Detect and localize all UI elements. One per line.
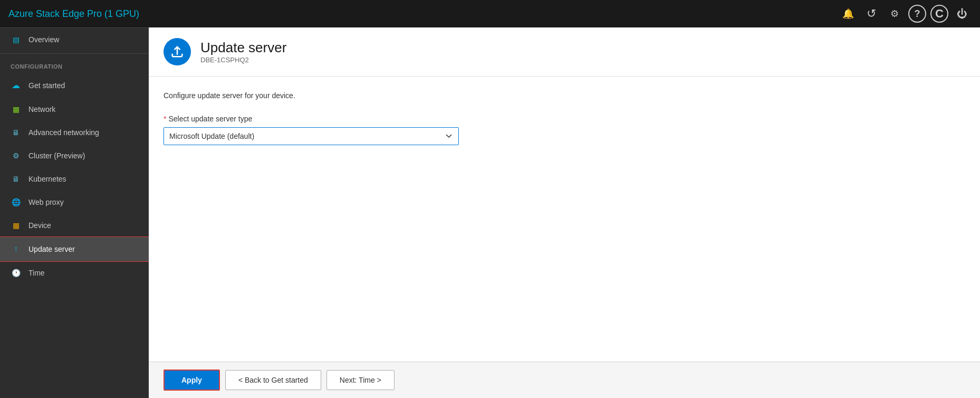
sidebar-item-web-proxy-label: Web proxy [28,198,64,206]
page-header-icon [164,38,191,65]
page-content: Configure update server for your device.… [149,77,980,362]
sidebar-item-cluster-label: Cluster (Preview) [28,151,85,160]
sidebar-item-device-label: Device [28,221,51,230]
sidebar-item-overview[interactable]: ▤ Overview [0,28,149,51]
page-header: Update server DBE-1CSPHQ2 [149,27,980,77]
sidebar-item-kubernetes[interactable]: 🖥 Kubernetes [0,167,149,191]
sidebar-item-get-started[interactable]: ☁ Get started [0,73,149,98]
sidebar-item-time[interactable]: 🕐 Time [0,261,149,285]
sidebar-item-advanced-networking-label: Advanced networking [28,128,99,137]
back-to-get-started-button[interactable]: < Back to Get started [225,370,321,390]
page-title: Update server [200,40,286,56]
sidebar-item-device[interactable]: ▦ Device [0,214,149,237]
apply-button[interactable]: Apply [164,369,220,391]
topbar: Azure Stack Edge Pro (1 GPU) 🔔 ↺ ⚙ ? C ⏻ [0,0,980,27]
app-title: Azure Stack Edge Pro (1 GPU) [8,8,139,20]
sidebar-item-overview-label: Overview [28,35,59,44]
network-icon: ▦ [11,105,21,113]
overview-icon: ▤ [11,35,21,44]
sidebar-section-header: CONFIGURATION [0,56,149,73]
sidebar: ▤ Overview CONFIGURATION ☁ Get started ▦… [0,27,149,398]
copyright-icon[interactable]: C [930,5,948,23]
sidebar-item-advanced-networking[interactable]: 🖥 Advanced networking [0,121,149,144]
next-time-button[interactable]: Next: Time > [326,370,395,390]
kubernetes-icon: 🖥 [11,175,21,183]
power-icon[interactable]: ⏻ [953,4,972,23]
required-star: * [164,115,166,123]
device-icon: ▦ [11,221,21,230]
upload-arrow-icon [170,44,185,59]
main-layout: ▤ Overview CONFIGURATION ☁ Get started ▦… [0,27,980,398]
advanced-networking-icon: 🖥 [11,128,21,137]
sidebar-item-cluster[interactable]: ⚙ Cluster (Preview) [0,144,149,167]
time-icon: 🕐 [11,269,21,277]
get-started-icon: ☁ [11,80,21,90]
sidebar-item-update-server[interactable]: ↑ Update server [0,237,149,261]
refresh-icon[interactable]: ↺ [862,4,881,23]
form-label-update-server-type: * Select update server type [164,115,965,123]
cluster-icon: ⚙ [11,151,21,160]
content-area: Update server DBE-1CSPHQ2 Configure upda… [149,27,980,398]
form-group-update-server-type: * Select update server type Microsoft Up… [164,115,965,145]
web-proxy-icon: 🌐 [11,198,21,206]
sidebar-item-kubernetes-label: Kubernetes [28,175,66,183]
update-server-type-select[interactable]: Microsoft Update (default) WSUS [164,127,459,145]
bell-icon[interactable]: 🔔 [839,4,858,23]
page-description: Configure update server for your device. [164,91,965,100]
sidebar-divider [0,53,149,54]
settings-icon[interactable]: ⚙ [885,4,904,23]
topbar-icon-group: 🔔 ↺ ⚙ ? C ⏻ [839,4,972,23]
sidebar-item-time-label: Time [28,269,45,277]
help-icon[interactable]: ? [908,5,926,23]
page-subtitle: DBE-1CSPHQ2 [200,56,286,64]
page-header-text: Update server DBE-1CSPHQ2 [200,40,286,64]
form-label-text: Select update server type [168,115,252,123]
sidebar-item-web-proxy[interactable]: 🌐 Web proxy [0,191,149,214]
sidebar-item-network-label: Network [28,105,55,113]
sidebar-item-get-started-label: Get started [28,81,65,90]
sidebar-item-update-server-label: Update server [28,245,75,253]
update-server-icon: ↑ [11,244,21,254]
action-bar: Apply < Back to Get started Next: Time > [149,362,980,398]
sidebar-item-network[interactable]: ▦ Network [0,98,149,121]
